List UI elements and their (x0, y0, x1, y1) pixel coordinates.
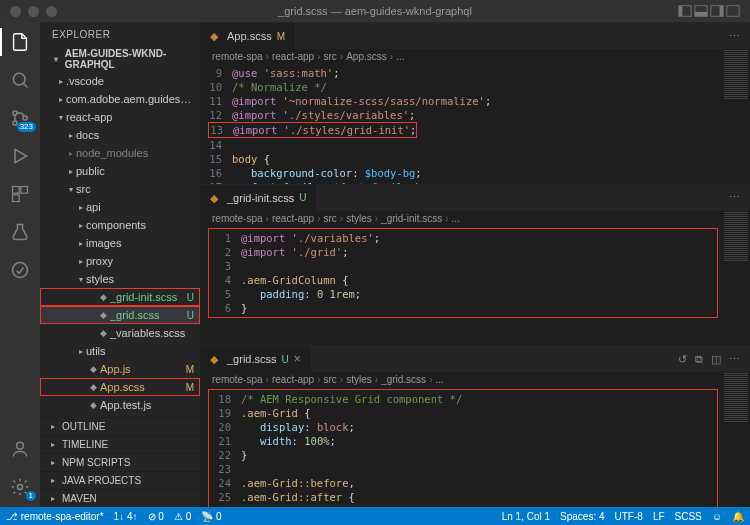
tab-git-status: U (282, 354, 289, 365)
more-icon[interactable]: ⋯ (729, 191, 740, 204)
tab-title: App.scss (227, 30, 272, 42)
debug-icon[interactable] (8, 144, 32, 168)
cursor-position[interactable]: Ln 1, Col 1 (502, 511, 550, 522)
account-icon[interactable] (8, 437, 32, 461)
panel-maven[interactable]: ▸MAVEN (40, 489, 200, 507)
svg-point-8 (13, 111, 17, 115)
remote-indicator[interactable]: ⎇ remote-spa-editor* (6, 511, 104, 522)
activity-bar: 323 1 (0, 22, 40, 507)
search-icon[interactable] (8, 68, 32, 92)
minimap[interactable] (722, 49, 750, 184)
svg-point-10 (23, 116, 27, 120)
svg-rect-14 (13, 195, 20, 202)
editor-tab[interactable]: ◆ _grid-init.scss U (200, 185, 317, 211)
error-count[interactable]: ⊘ 0 (148, 511, 164, 522)
svg-rect-12 (13, 187, 20, 194)
minimap[interactable] (722, 211, 750, 346)
language-mode[interactable]: SCSS (675, 511, 702, 522)
editor-tab[interactable]: ◆ App.scss M (200, 23, 296, 49)
scm-icon[interactable]: 323 (8, 106, 32, 130)
tab-bar: ◆ App.scss M ⋯ (200, 23, 750, 49)
tab-bar: ◆ _grid.scss U × ↺⧉◫⋯ (200, 346, 750, 372)
eol[interactable]: LF (653, 511, 665, 522)
explorer-title: EXPLORER (40, 22, 200, 46)
aem-icon[interactable] (8, 258, 32, 282)
test-icon[interactable] (8, 220, 32, 244)
encoding[interactable]: UTF-8 (615, 511, 643, 522)
more-icon[interactable]: ⋯ (729, 353, 740, 366)
svg-rect-3 (695, 12, 707, 16)
code-content[interactable]: 1@import './variables';2@import './grid'… (208, 228, 718, 318)
history-icon[interactable]: ↺ (678, 353, 687, 366)
folder-item[interactable]: ▸.vscode (40, 72, 200, 90)
tab-bar: ◆ _grid-init.scss U ⋯ (200, 185, 750, 211)
indentation[interactable]: Spaces: 4 (560, 511, 604, 522)
svg-marker-11 (15, 149, 27, 162)
folder-item[interactable]: ▸utils (40, 342, 200, 360)
editor-tab[interactable]: ◆ _grid.scss U × (200, 346, 312, 372)
svg-rect-6 (727, 6, 739, 17)
file-item[interactable]: ◆_grid.scssU (40, 306, 200, 324)
code-content[interactable]: 9@use 'sass:math';10/* Normalize */11@im… (200, 64, 750, 184)
folder-item[interactable]: ▸proxy (40, 252, 200, 270)
port-count[interactable]: 📡 0 (201, 511, 221, 522)
panel-java-projects[interactable]: ▸JAVA PROJECTS (40, 471, 200, 489)
explorer-icon[interactable] (8, 30, 32, 54)
gear-icon[interactable]: 1 (8, 475, 32, 499)
folder-item[interactable]: ▾styles (40, 270, 200, 288)
editor-area: ◆ App.scss M ⋯remote-spa›react-app›src›A… (200, 22, 750, 507)
file-item[interactable]: ◆_variables.scss (40, 324, 200, 342)
svg-rect-5 (720, 6, 724, 17)
status-bar: ⎇ remote-spa-editor* 1↓ 4↑ ⊘ 0 ⚠ 0 📡 0 L… (0, 507, 750, 525)
extensions-icon[interactable] (8, 182, 32, 206)
feedback-icon[interactable]: ☺ (712, 511, 722, 522)
svg-point-16 (17, 442, 24, 449)
minimap[interactable] (722, 372, 750, 507)
tab-title: _grid-init.scss (227, 192, 294, 204)
folder-item[interactable]: ▾src (40, 180, 200, 198)
folder-item[interactable]: ▸node_modules (40, 144, 200, 162)
breadcrumb[interactable]: remote-spa›react-app›src›styles›_grid.sc… (200, 372, 750, 387)
scss-file-icon: ◆ (210, 353, 222, 365)
file-item[interactable]: ◆_grid-init.scssU (40, 288, 200, 306)
folder-item[interactable]: ▾react-app (40, 108, 200, 126)
svg-rect-13 (21, 187, 28, 194)
tab-git-status: M (277, 31, 285, 42)
sync-status[interactable]: 1↓ 4↑ (114, 511, 138, 522)
gear-badge: 1 (26, 491, 36, 501)
panel-timeline[interactable]: ▸TIMELINE (40, 435, 200, 453)
svg-point-7 (13, 73, 25, 85)
scm-badge: 323 (17, 122, 36, 132)
breadcrumb[interactable]: remote-spa›react-app›src›styles›_grid-in… (200, 211, 750, 226)
project-header[interactable]: ▾AEM-GUIDES-WKND-GRAPHQL (40, 46, 200, 72)
file-item[interactable]: ◆App.scssM (40, 378, 200, 396)
scss-file-icon: ◆ (210, 30, 222, 42)
close-icon[interactable]: × (294, 352, 301, 366)
file-item[interactable]: ◆App.jsM (40, 360, 200, 378)
notifications-icon[interactable]: 🔔 (732, 511, 744, 522)
breadcrumb[interactable]: remote-spa›react-app›src›App.scss›... (200, 49, 750, 64)
tab-title: _grid.scss (227, 353, 277, 365)
code-content[interactable]: 18/* AEM Responsive Grid component */19.… (208, 389, 718, 507)
warning-count[interactable]: ⚠ 0 (174, 511, 191, 522)
diff-icon[interactable]: ⧉ (695, 353, 703, 366)
svg-rect-1 (679, 6, 683, 17)
folder-item[interactable]: ▸api (40, 198, 200, 216)
folder-item[interactable]: ▸components (40, 216, 200, 234)
folder-item[interactable]: ▸com.adobe.aem.guides.wkn... (40, 90, 200, 108)
window-controls[interactable] (10, 6, 57, 17)
sidebar: EXPLORER ▾AEM-GUIDES-WKND-GRAPHQL ▸.vsco… (40, 22, 200, 507)
folder-item[interactable]: ▸docs (40, 126, 200, 144)
layout-controls[interactable] (678, 4, 740, 18)
file-item[interactable]: ◆App.test.js (40, 396, 200, 414)
folder-item[interactable]: ▸images (40, 234, 200, 252)
panel-outline[interactable]: ▸OUTLINE (40, 417, 200, 435)
folder-item[interactable]: ▸public (40, 162, 200, 180)
svg-point-15 (13, 263, 28, 278)
svg-point-17 (18, 485, 23, 490)
more-icon[interactable]: ⋯ (729, 30, 740, 43)
titlebar: _grid.scss — aem-guides-wknd-graphql (0, 0, 750, 22)
panel-npm-scripts[interactable]: ▸NPM SCRIPTS (40, 453, 200, 471)
split-icon[interactable]: ◫ (711, 353, 721, 366)
scss-file-icon: ◆ (210, 192, 222, 204)
